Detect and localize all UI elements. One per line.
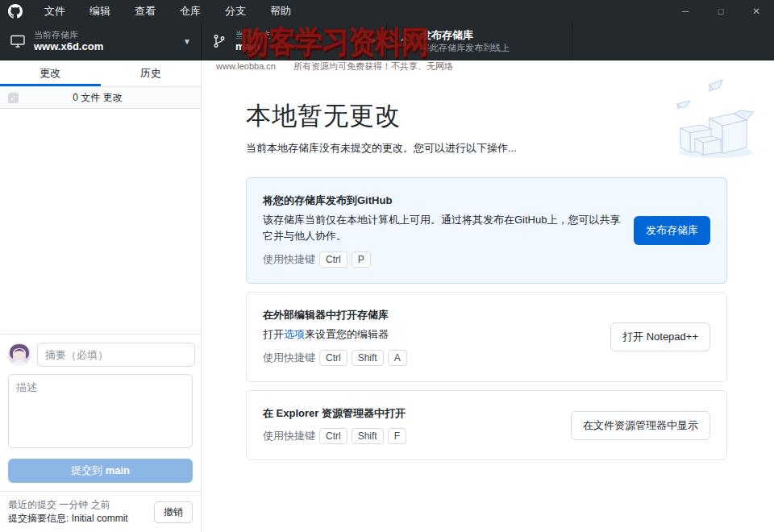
publish-repository-button[interactable]: 发布存储库 将此存储库发布到线上 xyxy=(387,23,572,60)
monitor-icon xyxy=(10,33,26,49)
key-ctrl: Ctrl xyxy=(319,350,347,366)
repository-name: www.x6d.com xyxy=(34,40,103,53)
last-commit-footer: 最近的提交 一分钟 之前 提交摘要信息: Initial commit 撤销 xyxy=(0,491,201,532)
open-explorer-card-text: 在 Explorer 资源管理器中打开 使用快捷键 Ctrl Shift F xyxy=(263,406,558,444)
publish-card: 将您的存储库发布到GitHub 该存储库当前仅在本地计算机上可用。通过将其发布在… xyxy=(246,177,727,284)
action-cards: 将您的存储库发布到GitHub 该存储库当前仅在本地计算机上可用。通过将其发布在… xyxy=(246,177,727,460)
page-title: 本地暂无更改 xyxy=(246,99,727,133)
shortcut-label: 使用快捷键 xyxy=(263,252,315,267)
publish-card-title: 将您的存储库发布到GitHub xyxy=(263,193,621,208)
menu-help[interactable]: 帮助 xyxy=(258,0,303,23)
no-changes-content: 本地暂无更改 当前本地存储库没有未提交的更改。您可以进行以下操作... 将您的存… xyxy=(246,99,727,460)
publish-text: 发布存储库 将此存储库发布到线上 xyxy=(421,29,510,53)
editor-body-pre: 打开 xyxy=(263,328,284,340)
changed-files-list xyxy=(0,109,201,334)
branch-name: main xyxy=(235,40,271,53)
user-avatar xyxy=(8,343,31,366)
branch-text: 当前分支 main xyxy=(235,29,271,53)
menu-file[interactable]: 文件 xyxy=(32,0,77,23)
commit-summary-input[interactable] xyxy=(37,343,195,367)
editor-body-post: 来设置您的编辑器 xyxy=(305,328,389,340)
current-branch-button[interactable]: 当前分支 main ▼ xyxy=(202,23,387,60)
open-editor-card: 在外部编辑器中打开存储库 打开选项来设置您的编辑器 使用快捷键 Ctrl Shi… xyxy=(246,292,727,382)
publish-card-text: 将您的存储库发布到GitHub 该存储库当前仅在本地计算机上可用。通过将其发布在… xyxy=(263,193,621,268)
shortcut-label: 使用快捷键 xyxy=(263,429,315,443)
commit-button[interactable]: 提交到 main xyxy=(8,459,193,483)
branch-label: 当前分支 xyxy=(235,29,271,40)
menu-view[interactable]: 查看 xyxy=(123,0,168,23)
shortcut-label: 使用快捷键 xyxy=(263,351,315,365)
publish-repository-card-button[interactable]: 发布存储库 xyxy=(634,216,710,245)
undo-button[interactable]: 撤销 xyxy=(154,501,193,523)
publish-shortcut: 使用快捷键 Ctrl P xyxy=(263,251,621,268)
last-commit-summary-value: Initial commit xyxy=(72,513,128,524)
upload-arrow-icon xyxy=(397,33,413,49)
files-changed-count: 0 文件 更改 xyxy=(19,91,193,105)
commit-button-prefix: 提交到 xyxy=(71,464,106,476)
commit-summary-row xyxy=(8,343,193,367)
menu-edit[interactable]: 编辑 xyxy=(77,0,123,23)
open-editor-card-text: 在外部编辑器中打开存储库 打开选项来设置您的编辑器 使用快捷键 Ctrl Shi… xyxy=(263,308,597,366)
toolbar: 当前存储库 www.x6d.com ▼ 当前分支 main ▼ 发布存 xyxy=(0,23,774,60)
key-shift: Shift xyxy=(352,428,384,444)
github-logo-icon xyxy=(8,4,23,19)
last-commit-text: 最近的提交 一分钟 之前 提交摘要信息: Initial commit xyxy=(8,498,154,526)
close-icon[interactable]: ✕ xyxy=(739,0,774,23)
options-link[interactable]: 选项 xyxy=(284,328,305,340)
commit-button-branch: main xyxy=(106,464,130,476)
menu-repository[interactable]: 仓库 xyxy=(168,0,213,23)
repository-label: 当前存储库 xyxy=(34,29,103,40)
tab-changes[interactable]: 更改 xyxy=(0,60,101,86)
minimize-icon[interactable]: ─ xyxy=(668,0,703,23)
main-panel: 本地暂无更改 当前本地存储库没有未提交的更改。您可以进行以下操作... 将您的存… xyxy=(202,60,774,532)
files-changed-row: ✓ 0 文件 更改 xyxy=(0,87,201,109)
key-p: P xyxy=(352,251,371,268)
open-editor-card-body: 打开选项来设置您的编辑器 xyxy=(263,326,597,343)
commit-form: 提交到 main xyxy=(0,334,201,491)
key-a: A xyxy=(388,350,407,366)
repository-text: 当前存储库 www.x6d.com xyxy=(34,29,103,53)
key-f: F xyxy=(388,428,406,444)
chevron-down-icon: ▼ xyxy=(368,37,377,46)
titlebar: 文件 编辑 查看 仓库 分支 帮助 ─ □ ✕ xyxy=(0,0,774,23)
tab-history[interactable]: 历史 xyxy=(101,60,202,86)
toolbar-empty-section xyxy=(572,23,774,60)
open-editor-button[interactable]: 打开 Notepad++ xyxy=(610,322,710,351)
current-repository-button[interactable]: 当前存储库 www.x6d.com ▼ xyxy=(0,23,202,60)
github-desktop-window: 文件 编辑 查看 仓库 分支 帮助 ─ □ ✕ 当前存储库 www.x6d.co… xyxy=(0,0,774,532)
commit-description-input[interactable] xyxy=(8,374,193,448)
last-commit-summary-label: 提交摘要信息: xyxy=(8,513,69,524)
maximize-icon[interactable]: □ xyxy=(703,0,739,23)
checked-checkbox-icon[interactable]: ✓ xyxy=(8,93,19,103)
key-ctrl: Ctrl xyxy=(319,428,347,444)
sidebar-tabs: 更改 历史 xyxy=(0,60,201,87)
open-editor-shortcut: 使用快捷键 Ctrl Shift A xyxy=(263,350,597,366)
open-explorer-card-title: 在 Explorer 资源管理器中打开 xyxy=(263,406,558,421)
last-commit-summary: 提交摘要信息: Initial commit xyxy=(8,512,154,526)
publish-subtitle: 将此存储库发布到线上 xyxy=(421,42,510,53)
publish-card-body: 该存储库当前仅在本地计算机上可用。通过将其发布在GitHub上，您可以共享它并与… xyxy=(263,212,621,244)
chevron-down-icon: ▼ xyxy=(183,37,191,46)
show-in-explorer-button[interactable]: 在文件资源管理器中显示 xyxy=(571,411,710,440)
open-explorer-card: 在 Explorer 资源管理器中打开 使用快捷键 Ctrl Shift F 在… xyxy=(246,390,727,460)
page-subtitle: 当前本地存储库没有未提交的更改。您可以进行以下操作... xyxy=(246,141,727,156)
key-shift: Shift xyxy=(352,350,384,366)
publish-title: 发布存储库 xyxy=(421,29,510,42)
key-ctrl: Ctrl xyxy=(319,251,347,268)
menu-branch[interactable]: 分支 xyxy=(213,0,258,23)
sidebar: 更改 历史 ✓ 0 文件 更改 xyxy=(0,60,202,532)
open-editor-card-title: 在外部编辑器中打开存储库 xyxy=(263,308,597,322)
git-branch-icon xyxy=(211,33,227,49)
open-explorer-shortcut: 使用快捷键 Ctrl Shift F xyxy=(263,428,558,444)
last-commit-time: 最近的提交 一分钟 之前 xyxy=(8,498,154,512)
